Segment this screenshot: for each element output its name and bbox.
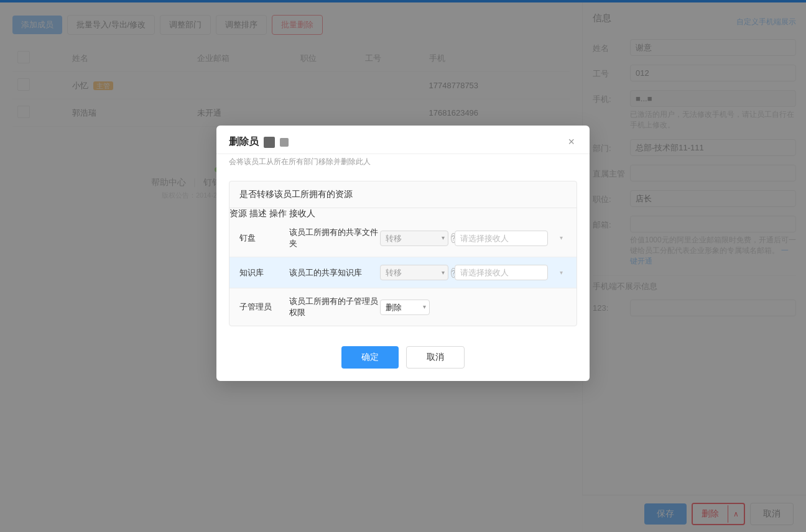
- modal-cancel-button[interactable]: 取消: [406, 346, 465, 369]
- col-resource-header: 资源: [229, 208, 247, 218]
- recipient-dingpan-wrapper: 请选择接收人: [455, 230, 567, 245]
- desc-knowledge: 该员工的共享知识库: [289, 267, 380, 278]
- action-subadmin-container: 删除: [380, 299, 455, 314]
- delete-employee-modal: 删除员 × 会将该员工从所在所有部门移除并删除此人 是否转移该员工所拥有的资源 …: [216, 126, 590, 381]
- modal-title: 删除员: [229, 135, 289, 149]
- transfer-row-subadmin: 子管理员 该员工所拥有的子管理员权限 删除: [229, 288, 577, 326]
- employee-icon2: [280, 137, 289, 146]
- resource-subadmin: 子管理员: [239, 301, 289, 313]
- action-dingpan-container: 转移 ?: [380, 230, 455, 245]
- desc-dingpan: 该员工所拥有的共享文件夹: [289, 227, 380, 249]
- transfer-box: 是否转移该员工所拥有的资源 资源 描述 操作 接收人 钉盘 该员工所拥有的共享文…: [229, 181, 577, 326]
- resource-knowledge: 知识库: [239, 267, 289, 278]
- resource-dingpan: 钉盘: [239, 232, 289, 244]
- col-action-header: 操作: [269, 208, 287, 218]
- transfer-row-dingpan: 钉盘 该员工所拥有的共享文件夹 转移 ? 请选择接收人: [229, 219, 577, 257]
- modal-close-button[interactable]: ×: [565, 135, 577, 149]
- recipient-knowledge-wrapper: 请选择接收人: [455, 265, 567, 280]
- action-subadmin-wrapper: 删除: [380, 299, 430, 314]
- transfer-box-title: 是否转移该员工所拥有的资源: [229, 181, 577, 208]
- action-dingpan-select[interactable]: 转移: [380, 230, 448, 245]
- desc-subadmin: 该员工所拥有的子管理员权限: [289, 296, 380, 318]
- recipient-dingpan-select[interactable]: 请选择接收人: [455, 230, 548, 245]
- recipient-knowledge-select[interactable]: 请选择接收人: [455, 265, 548, 280]
- col-desc-header: 描述: [249, 208, 267, 218]
- transfer-col-headers: 资源 描述 操作 接收人: [229, 208, 577, 219]
- employee-avatar-icon: [264, 136, 275, 147]
- action-knowledge-wrapper: 转移: [380, 265, 448, 280]
- modal-header: 删除员 ×: [216, 126, 590, 154]
- action-dingpan-wrapper: 转移: [380, 230, 448, 245]
- action-subadmin-select[interactable]: 删除: [380, 299, 430, 314]
- confirm-button[interactable]: 确定: [341, 346, 399, 369]
- modal-subtitle: 会将该员工从所在所有部门移除并删除此人: [216, 154, 590, 173]
- transfer-row-knowledge: 知识库 该员工的共享知识库 转移 ? 请选择接收人: [229, 257, 577, 288]
- modal-footer: 确定 取消: [216, 339, 590, 381]
- action-knowledge-select[interactable]: 转移: [380, 265, 448, 280]
- modal-body: 是否转移该员工所拥有的资源 资源 描述 操作 接收人 钉盘 该员工所拥有的共享文…: [216, 181, 590, 339]
- action-knowledge-container: 转移 ?: [380, 265, 455, 280]
- col-recipient-header: 接收人: [289, 208, 315, 218]
